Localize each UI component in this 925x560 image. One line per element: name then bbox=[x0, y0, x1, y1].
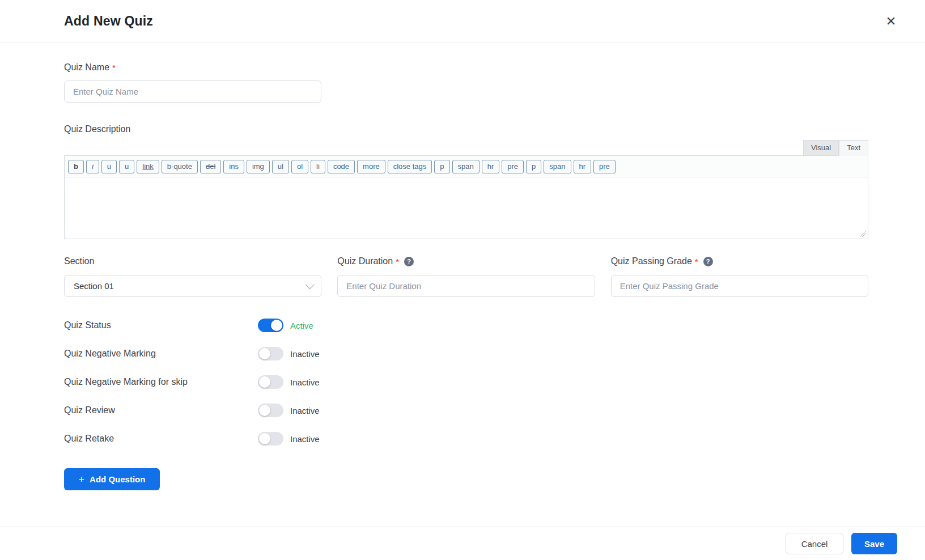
toggle-knob bbox=[259, 405, 270, 416]
tab-visual[interactable]: Visual bbox=[803, 140, 839, 156]
quiz-status-label: Quiz Status bbox=[64, 320, 258, 330]
quiz-review-toggle[interactable] bbox=[258, 404, 283, 417]
toolbar-img-button[interactable]: img bbox=[247, 160, 270, 173]
quiz-negative-marking-toggle[interactable] bbox=[258, 347, 283, 360]
quiz-description-label: Quiz Description bbox=[64, 124, 868, 134]
quiz-negative-marking-label: Quiz Negative Marking bbox=[64, 349, 258, 359]
plus-icon: + bbox=[79, 474, 85, 485]
editor-tabs: Visual Text bbox=[64, 140, 868, 155]
field-row: Section Section 01 Quiz Duration * ? Qui… bbox=[64, 256, 868, 297]
toolbar-bquote-button[interactable]: b-quote bbox=[162, 160, 198, 173]
quiz-review-state: Inactive bbox=[290, 406, 320, 415]
required-asterisk: * bbox=[695, 257, 698, 266]
add-question-label: Add Question bbox=[90, 474, 145, 484]
toolbar-hr-button[interactable]: hr bbox=[482, 160, 500, 173]
quiz-passing-grade-field-group: Quiz Passing Grade * ? bbox=[611, 256, 868, 297]
quiz-negative-marking-skip-row: Quiz Negative Marking for skip Inactive bbox=[64, 375, 868, 389]
quiz-status-row: Quiz Status Active bbox=[64, 319, 868, 332]
toolbar-ol-button[interactable]: ol bbox=[291, 160, 308, 173]
required-asterisk: * bbox=[112, 63, 116, 73]
quiz-retake-state: Inactive bbox=[290, 434, 320, 444]
toolbar-italic-button[interactable]: i bbox=[86, 160, 99, 173]
quiz-passing-grade-label: Quiz Passing Grade * ? bbox=[611, 256, 868, 266]
quiz-name-field-group: Quiz Name * bbox=[64, 62, 321, 103]
close-icon[interactable]: ✕ bbox=[882, 12, 900, 31]
quiz-negative-marking-row: Quiz Negative Marking Inactive bbox=[64, 347, 868, 360]
toolbar-p-button[interactable]: p bbox=[526, 160, 541, 173]
quiz-review-row: Quiz Review Inactive bbox=[64, 404, 868, 417]
quiz-retake-label: Quiz Retake bbox=[64, 434, 258, 444]
quiz-status-toggle[interactable] bbox=[258, 319, 283, 332]
add-question-button[interactable]: + Add Question bbox=[64, 468, 160, 490]
toggle-knob bbox=[259, 433, 270, 444]
quiz-duration-label: Quiz Duration * ? bbox=[337, 256, 595, 266]
quiz-passing-grade-label-text: Quiz Passing Grade bbox=[611, 256, 692, 266]
quiz-passing-grade-input[interactable] bbox=[611, 275, 868, 297]
quiz-retake-toggle[interactable] bbox=[258, 432, 283, 446]
section-label: Section bbox=[64, 256, 321, 266]
quiz-name-input[interactable] bbox=[64, 80, 321, 103]
toolbar-span-button[interactable]: span bbox=[452, 160, 480, 173]
resize-handle-icon[interactable] bbox=[859, 230, 866, 237]
quiz-status-state: Active bbox=[290, 321, 313, 330]
quiz-name-label-text: Quiz Name bbox=[64, 62, 109, 73]
toolbar-ul-button[interactable]: ul bbox=[272, 160, 289, 173]
toolbar-more-button[interactable]: more bbox=[357, 160, 385, 173]
help-icon[interactable]: ? bbox=[404, 257, 414, 266]
tab-text[interactable]: Text bbox=[839, 140, 868, 156]
quiz-description-textarea[interactable] bbox=[65, 177, 868, 239]
quiz-negative-marking-skip-toggle[interactable] bbox=[258, 375, 283, 389]
toolbar-bold-button[interactable]: b bbox=[68, 160, 84, 173]
toolbar-hr-button[interactable]: hr bbox=[574, 160, 592, 173]
toggle-knob bbox=[259, 376, 270, 388]
quiz-duration-field-group: Quiz Duration * ? bbox=[337, 256, 595, 297]
quiz-duration-input[interactable] bbox=[337, 275, 595, 297]
toolbar-link-button[interactable]: link bbox=[137, 160, 159, 173]
toolbar-span-button[interactable]: span bbox=[544, 160, 571, 173]
modal-footer: Cancel Save bbox=[0, 527, 925, 560]
quiz-negative-marking-state: Inactive bbox=[290, 349, 320, 359]
modal-header: Add New Quiz ✕ bbox=[0, 0, 925, 43]
quiz-negative-marking-skip-state: Inactive bbox=[290, 377, 320, 387]
toggle-knob bbox=[259, 348, 270, 359]
cancel-button[interactable]: Cancel bbox=[786, 533, 843, 554]
quiz-description-editor: b i u u link b-quote del ins img ul ol l… bbox=[64, 155, 868, 239]
toggle-list: Quiz Status Active Quiz Negative Marking… bbox=[64, 319, 868, 446]
section-label-text: Section bbox=[64, 256, 94, 266]
toolbar-u-button[interactable]: u bbox=[101, 160, 117, 173]
toolbar-u-button[interactable]: u bbox=[119, 160, 134, 173]
toolbar-p-button[interactable]: p bbox=[434, 160, 449, 173]
toolbar-code-button[interactable]: code bbox=[328, 160, 355, 173]
editor-area bbox=[65, 177, 868, 239]
help-icon[interactable]: ? bbox=[703, 257, 713, 266]
section-select[interactable]: Section 01 bbox=[64, 275, 321, 297]
modal-title: Add New Quiz bbox=[64, 14, 153, 29]
section-selected-value: Section 01 bbox=[74, 281, 114, 291]
quiz-name-label: Quiz Name * bbox=[64, 62, 321, 73]
required-asterisk: * bbox=[396, 257, 399, 266]
quiz-retake-row: Quiz Retake Inactive bbox=[64, 432, 868, 446]
toolbar-pre-button[interactable]: pre bbox=[502, 160, 524, 173]
quiz-review-label: Quiz Review bbox=[64, 405, 258, 415]
add-quiz-modal: Add New Quiz ✕ Quiz Name * Quiz Descript… bbox=[0, 0, 925, 560]
section-field-group: Section Section 01 bbox=[64, 256, 321, 297]
toolbar-del-button[interactable]: del bbox=[200, 160, 221, 173]
editor-toolbar: b i u u link b-quote del ins img ul ol l… bbox=[65, 156, 868, 177]
quiz-duration-label-text: Quiz Duration bbox=[337, 256, 393, 266]
toolbar-pre-button[interactable]: pre bbox=[593, 160, 616, 173]
modal-body: Quiz Name * Quiz Description Visual Text… bbox=[0, 43, 925, 490]
quiz-description-label-text: Quiz Description bbox=[64, 124, 130, 134]
chevron-down-icon bbox=[305, 281, 315, 290]
toolbar-close-tags-button[interactable]: close tags bbox=[388, 160, 432, 173]
toolbar-ins-button[interactable]: ins bbox=[223, 160, 244, 173]
toggle-knob bbox=[271, 320, 282, 331]
toolbar-li-button[interactable]: li bbox=[311, 160, 325, 173]
quiz-negative-marking-skip-label: Quiz Negative Marking for skip bbox=[64, 377, 258, 387]
save-button[interactable]: Save bbox=[851, 533, 897, 554]
